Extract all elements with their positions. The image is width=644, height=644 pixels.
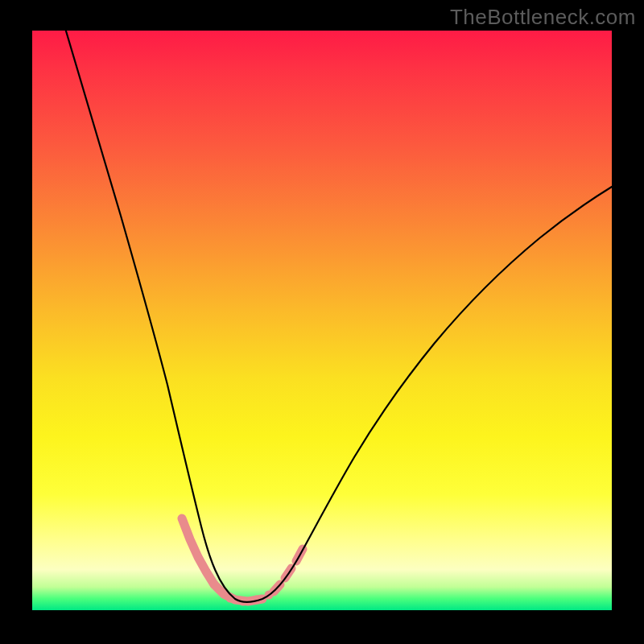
highlight-segment-left <box>182 518 214 584</box>
bottleneck-curve <box>56 0 612 602</box>
curve-svg <box>32 31 612 610</box>
plot-area <box>32 31 612 610</box>
chart-frame: TheBottleneck.com <box>0 0 644 644</box>
watermark-text: TheBottleneck.com <box>450 5 636 30</box>
